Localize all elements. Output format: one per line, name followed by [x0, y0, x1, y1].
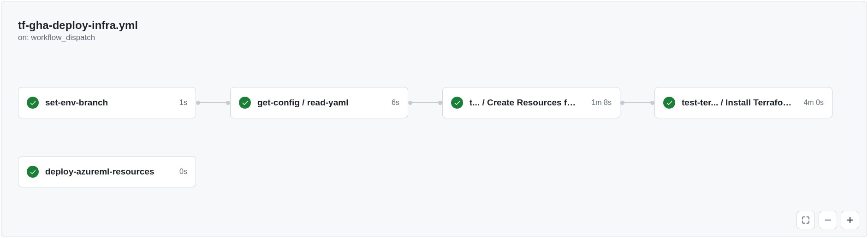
connector-dot-icon [196, 101, 200, 105]
connector [620, 101, 654, 105]
job-name: get-config / read-yaml [257, 98, 348, 108]
connector-dot-icon [408, 101, 412, 105]
job-card-get-config[interactable]: get-config / read-yaml 6s [230, 87, 408, 118]
connector [196, 101, 230, 105]
connector-line [412, 102, 438, 103]
fullscreen-button[interactable] [797, 211, 815, 229]
success-check-icon [451, 97, 463, 109]
job-card-install-terraform[interactable]: test-ter... / Install Terraform 4m 0s [654, 87, 832, 118]
zoom-out-button[interactable] [819, 211, 837, 229]
connector-line [624, 102, 650, 103]
workflow-title: tf-gha-deploy-infra.yml [18, 18, 138, 32]
job-duration: 4m 0s [799, 99, 824, 107]
job-row-2: deploy-azureml-resources 0s [18, 156, 196, 187]
workflow-graph-panel: tf-gha-deploy-infra.yml on: workflow_dis… [1, 1, 867, 237]
job-card-deploy-azureml[interactable]: deploy-azureml-resources 0s [18, 156, 196, 187]
success-check-icon [27, 97, 39, 109]
workflow-header: tf-gha-deploy-infra.yml on: workflow_dis… [18, 18, 138, 42]
job-name: test-ter... / Install Terraform [682, 98, 792, 108]
job-duration: 1s [175, 99, 187, 107]
job-card-set-env-branch[interactable]: set-env-branch 1s [18, 87, 196, 118]
connector-dot-icon [650, 101, 654, 105]
connector-dot-icon [226, 101, 230, 105]
connector [408, 101, 442, 105]
success-check-icon [27, 166, 39, 178]
zoom-controls [797, 211, 859, 229]
fullscreen-icon [802, 216, 810, 224]
success-check-icon [663, 97, 675, 109]
job-name: set-env-branch [45, 98, 108, 108]
connector-line [200, 102, 226, 103]
connector-dot-icon [438, 101, 442, 105]
workflow-trigger: on: workflow_dispatch [18, 33, 138, 42]
job-name: t... / Create Resources for... [470, 98, 580, 108]
minus-icon [824, 216, 832, 224]
connector-dot-icon [620, 101, 624, 105]
job-name: deploy-azureml-resources [45, 167, 155, 177]
job-duration: 6s [387, 99, 399, 107]
job-duration: 0s [175, 168, 187, 176]
job-card-create-resources[interactable]: t... / Create Resources for... 1m 8s [442, 87, 620, 118]
plus-icon [846, 216, 854, 224]
job-row-1: set-env-branch 1s get-config / read-yaml… [18, 87, 832, 118]
zoom-in-button[interactable] [841, 211, 859, 229]
job-duration: 1m 8s [587, 99, 612, 107]
success-check-icon [239, 97, 251, 109]
